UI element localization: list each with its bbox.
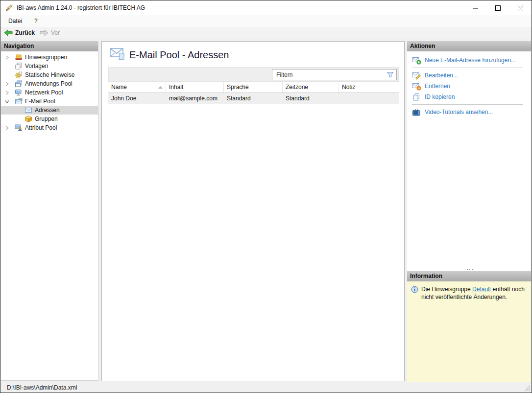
action-label: Entfernen <box>425 83 450 90</box>
resize-grip[interactable] <box>529 390 530 391</box>
content-header: E-Mail Pool - Adressen <box>102 42 404 67</box>
nav-item-adressen[interactable]: Adressen <box>1 106 98 115</box>
actions-panel: Aktionen Neue E-Mail-Adresse hinzufügen.… <box>407 41 531 271</box>
chevron-right-icon[interactable] <box>5 82 15 86</box>
title-bar[interactable]: IBI-aws Admin 1.24.0 - registriert für I… <box>0 0 532 15</box>
nav-item-hinweisgruppen[interactable]: Hinweisgruppen <box>1 53 98 62</box>
menu-help[interactable]: ? <box>33 17 39 25</box>
maximize-button[interactable] <box>486 0 509 15</box>
action-add-email-address[interactable]: Neue E-Mail-Adresse hinzufügen... <box>407 55 531 66</box>
table-header-row: Name Inhalt Sprache Zeitzone Notiz <box>108 82 399 93</box>
window-title: IBI-aws Admin 1.24.0 - registriert für I… <box>17 4 145 11</box>
filter-funnel-icon[interactable] <box>387 71 394 78</box>
column-header-notiz[interactable]: Notiz <box>339 82 399 92</box>
groups-icon <box>24 115 33 123</box>
filter-input[interactable] <box>272 69 387 80</box>
panel-splitter-handle[interactable] <box>469 269 470 270</box>
actions-separator <box>412 68 523 68</box>
video-tutorials-icon <box>412 108 422 116</box>
page-title: E-Mail Pool - Adressen <box>129 42 229 68</box>
nav-item-label: E-Mail Pool <box>25 98 55 105</box>
email-pool-header-icon <box>110 47 126 62</box>
nav-item-netzwerk-pool[interactable]: Netzwerk Pool <box>1 88 98 97</box>
nav-item-label: Hinweisgruppen <box>25 54 67 61</box>
information-message: Die Hinweisgruppe Default enthält noch n… <box>421 285 527 301</box>
nav-item-statische-hinweise[interactable]: Statische Hinweise <box>1 70 98 79</box>
sort-ascending-icon <box>158 86 163 89</box>
nav-toolbar: Zurück Vor <box>0 27 532 39</box>
notice-groups-icon <box>15 53 23 61</box>
action-list: Neue E-Mail-Adresse hinzufügen... Bearbe… <box>407 51 531 117</box>
chevron-right-icon[interactable] <box>5 55 15 60</box>
action-label: ID kopieren <box>425 93 455 100</box>
nav-item-gruppen[interactable]: Gruppen <box>1 115 98 123</box>
email-edit-icon <box>412 71 422 80</box>
nav-item-label: Anwendungs Pool <box>25 80 73 87</box>
status-bar: D:\IBI-aws\Admin\Data.xml <box>0 382 532 393</box>
email-remove-icon <box>412 82 422 91</box>
app-window: IBI-aws Admin 1.24.0 - registriert für I… <box>0 0 532 393</box>
forward-arrow-icon <box>40 29 48 36</box>
minimize-button[interactable] <box>464 0 486 15</box>
default-group-link[interactable]: Default <box>472 286 491 293</box>
nav-item-vorlagen[interactable]: Vorlagen <box>1 62 98 70</box>
email-add-icon <box>412 56 422 65</box>
nav-item-email-pool[interactable]: E-Mail Pool <box>1 97 98 106</box>
info-icon <box>411 286 418 293</box>
back-label: Zurück <box>15 29 35 36</box>
data-file-path: D:\IBI-aws\Admin\Data.xml <box>7 384 77 391</box>
cell-name: John Doe <box>108 93 166 104</box>
column-header-zeitzone[interactable]: Zeitzone <box>283 82 339 92</box>
action-video-tutorials[interactable]: Video-Tutorials ansehen... <box>407 107 531 117</box>
information-body: Die Hinweisgruppe Default enthält noch n… <box>407 281 531 382</box>
nav-item-label: Statische Hinweise <box>25 71 74 78</box>
back-button[interactable]: Zurück <box>4 29 35 36</box>
actions-header: Aktionen <box>407 41 531 51</box>
navigation-panel: Navigation Hinweisgruppen Vorlagen Stati… <box>1 41 98 381</box>
action-remove[interactable]: Entfernen <box>407 81 531 92</box>
filter-box <box>272 69 397 80</box>
nav-item-label: Vorlagen <box>25 63 48 69</box>
addresses-table: Name Inhalt Sprache Zeitzone Notiz John … <box>108 82 399 104</box>
column-header-sprache[interactable]: Sprache <box>224 82 283 92</box>
back-arrow-icon <box>4 29 13 36</box>
action-copy-id[interactable]: ID kopieren <box>407 92 531 102</box>
menu-datei[interactable]: Datei <box>7 17 24 25</box>
chevron-right-icon[interactable] <box>5 91 15 95</box>
workspace: Navigation Hinweisgruppen Vorlagen Stati… <box>0 39 532 382</box>
nav-item-attribut-pool[interactable]: Attribut Pool <box>1 123 98 132</box>
templates-icon <box>15 62 23 70</box>
filter-bar <box>108 67 399 82</box>
copy-icon <box>412 93 422 101</box>
cell-inhalt: mail@sample.com <box>166 93 224 104</box>
action-edit[interactable]: Bearbeiten... <box>407 70 531 81</box>
close-button[interactable] <box>509 0 532 15</box>
network-pool-icon <box>15 89 23 96</box>
navigation-tree: Hinweisgruppen Vorlagen Statische Hinwei… <box>1 51 98 132</box>
column-header-inhalt[interactable]: Inhalt <box>166 82 224 92</box>
nav-item-label: Netzwerk Pool <box>25 89 63 96</box>
right-panel: Aktionen Neue E-Mail-Adresse hinzufügen.… <box>407 41 531 381</box>
cell-zeitzone: Standard <box>283 93 339 104</box>
content-panel: E-Mail Pool - Adressen Name Inhalt <box>101 41 405 381</box>
nav-item-label: Attribut Pool <box>25 124 57 131</box>
chevron-right-icon[interactable] <box>5 126 15 130</box>
action-label: Video-Tutorials ansehen... <box>425 109 493 116</box>
action-label: Bearbeiten... <box>425 72 458 79</box>
actions-separator <box>412 104 523 105</box>
nav-item-anwendungs-pool[interactable]: Anwendungs Pool <box>1 79 98 88</box>
information-panel: Information Die Hinweisgruppe Default en… <box>407 271 531 382</box>
cell-notiz <box>339 93 399 104</box>
column-header-name[interactable]: Name <box>108 82 166 92</box>
addresses-icon <box>24 106 33 114</box>
cell-sprache: Standard <box>224 93 283 104</box>
chevron-down-icon[interactable] <box>5 99 15 104</box>
forward-button[interactable]: Vor <box>40 29 60 36</box>
application-pool-icon <box>15 80 23 88</box>
information-header: Information <box>407 271 531 281</box>
app-quill-icon <box>5 4 13 12</box>
attribute-pool-icon <box>15 124 23 132</box>
nav-item-label: Gruppen <box>35 116 58 122</box>
nav-item-label: Adressen <box>35 107 60 114</box>
table-row[interactable]: John Doe mail@sample.com Standard Standa… <box>108 93 399 104</box>
